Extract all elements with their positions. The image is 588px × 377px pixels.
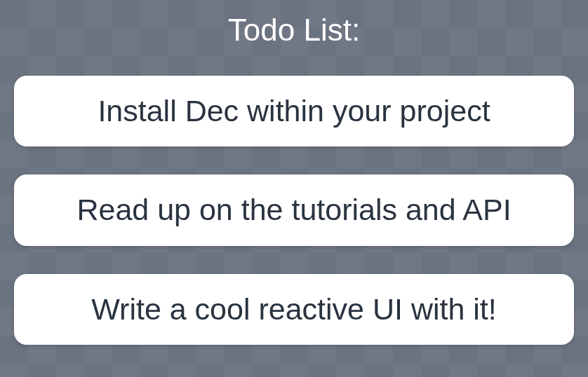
todo-item[interactable]: Read up on the tutorials and API <box>14 174 574 245</box>
todo-item-text: Install Dec within your project <box>98 94 490 128</box>
todo-list: Install Dec within your project Read up … <box>14 76 574 345</box>
todo-item[interactable]: Write a cool reactive UI with it! <box>14 274 574 345</box>
todo-item-text: Write a cool reactive UI with it! <box>91 292 497 326</box>
todo-item[interactable]: Install Dec within your project <box>14 76 574 146</box>
todo-item-text: Read up on the tutorials and API <box>76 193 511 226</box>
page-title: Todo List: <box>228 13 360 48</box>
todo-container: Todo List: Install Dec within your proje… <box>0 0 588 377</box>
